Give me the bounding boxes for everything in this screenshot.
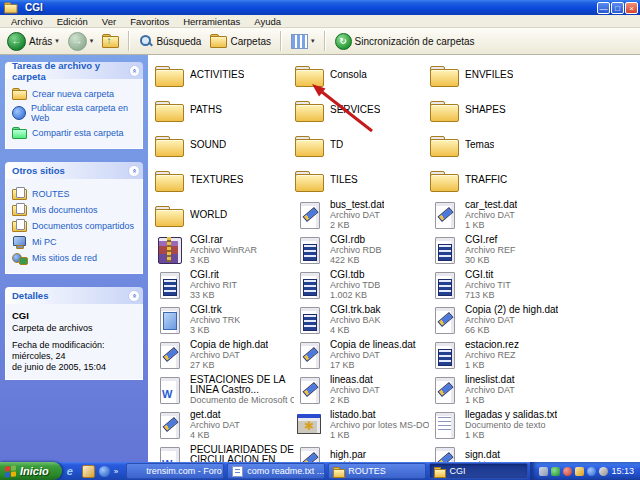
task-link[interactable]: Crear nueva carpeta (12, 87, 139, 100)
folder-sync-button[interactable]: ↻ Sincronización de carpetas (332, 32, 478, 51)
tray-icon[interactable] (575, 467, 584, 476)
desktop-quicklaunch-icon[interactable] (99, 466, 110, 477)
mail-quicklaunch-icon[interactable] (82, 465, 95, 478)
menu-item[interactable]: Edición (50, 16, 95, 27)
file-item[interactable]: SOUND (154, 127, 294, 162)
file-item[interactable]: CGI.rit Archivo RIT 33 KB (154, 267, 294, 302)
file-item[interactable]: CGI.trk.bak Archivo BAK 4 KB (294, 302, 429, 337)
search-button[interactable]: Búsqueda (136, 33, 204, 49)
maximize-button[interactable]: □ (611, 2, 624, 14)
minimize-button[interactable]: — (597, 2, 610, 14)
file-item[interactable]: bus_test.dat Archivo DAT 2 KB (294, 197, 429, 232)
place-link[interactable]: Mis documentos (12, 203, 139, 216)
tray-icon[interactable] (539, 467, 548, 476)
file-item[interactable]: llegadas y salidas.txt Documento de text… (429, 407, 594, 442)
menu-item[interactable]: Archivo (4, 16, 50, 27)
tray-icon[interactable] (587, 467, 596, 476)
details-header[interactable]: Detalles (5, 287, 143, 304)
file-name: lineslist.dat (465, 375, 515, 385)
back-dropdown-icon[interactable]: ▾ (55, 37, 59, 45)
forward-button[interactable]: → ▾ (65, 31, 97, 52)
ie-quicklaunch-icon[interactable]: e (67, 466, 78, 477)
up-button[interactable]: ↑ (99, 33, 122, 49)
file-tasks-header[interactable]: Tareas de archivo y carpeta (5, 62, 143, 79)
tray-icon[interactable] (551, 467, 560, 476)
file-item[interactable]: CGI.rdb Archivo RDB 422 KB (294, 232, 429, 267)
taskbar-clock[interactable]: 15:13 (611, 466, 634, 476)
file-item[interactable]: lineas.dat Archivo DAT 2 KB (294, 372, 429, 407)
file-item[interactable]: ESTACIONES DE LA LINEA Castro... Documen… (154, 372, 294, 407)
details-panel: Detalles CGI Carpeta de archivos Fecha d… (5, 287, 143, 380)
task-label: Crear nueva carpeta (32, 89, 114, 99)
file-item[interactable]: sign.dat Archivo DAT (429, 442, 594, 462)
menu-item[interactable]: Ver (95, 16, 123, 27)
file-item[interactable]: ACTIVITIES (154, 57, 294, 92)
file-item[interactable]: Copia (2) de high.dat Archivo DAT 66 KB (429, 302, 594, 337)
menu-item[interactable]: Herramientas (176, 16, 247, 27)
file-name: PATHS (190, 105, 222, 115)
taskbar-task-button[interactable]: ROUTES (328, 463, 426, 479)
menu-item[interactable]: Favoritos (123, 16, 176, 27)
file-item[interactable]: listado.bat Archivo por lotes MS-DOS 1 K… (294, 407, 429, 442)
file-item[interactable]: TEXTURES (154, 162, 294, 197)
file-item[interactable]: high.par Archivo PAR (294, 442, 429, 462)
folders-button[interactable]: Carpetas (207, 33, 274, 49)
forward-dropdown-icon[interactable]: ▾ (90, 37, 94, 45)
file-item[interactable]: CGI.tit Archivo TIT 713 KB (429, 267, 594, 302)
file-item[interactable]: lineslist.dat Archivo DAT 1 KB (429, 372, 594, 407)
details-folder-name: CGI (12, 310, 139, 321)
other-places-header[interactable]: Otros sitios (5, 162, 143, 179)
place-link[interactable]: Documentos compartidos (12, 219, 139, 232)
file-icon (294, 340, 326, 370)
file-size: 3 KB (190, 255, 257, 265)
file-item[interactable]: ENVFILES (429, 57, 594, 92)
quicklaunch-overflow-chevron[interactable]: » (114, 467, 118, 476)
file-item[interactable]: car_test.dat Archivo DAT 1 KB (429, 197, 594, 232)
place-link[interactable]: Mi PC (12, 235, 139, 248)
start-button[interactable]: Inicio (0, 462, 62, 480)
back-button[interactable]: ← Atrás ▾ (4, 31, 62, 52)
file-name: Copia de high.dat (190, 340, 268, 350)
file-item[interactable]: WORLD (154, 197, 294, 232)
file-item[interactable]: SHAPES (429, 92, 594, 127)
file-item[interactable]: Copia de high.dat Archivo DAT 27 KB (154, 337, 294, 372)
file-item[interactable]: PECULIARIDADES DE CIRCULACION EN CA... D… (154, 442, 294, 462)
file-item[interactable]: CGI.tdb Archivo TDB 1.002 KB (294, 267, 429, 302)
file-item[interactable]: CGI.rar Archivo WinRAR 3 KB (154, 232, 294, 267)
task-label: Compartir esta carpeta (32, 128, 124, 138)
task-link[interactable]: Publicar esta carpeta en Web (12, 103, 139, 123)
file-item[interactable]: CGI.ref Archivo REF 30 KB (429, 232, 594, 267)
place-link[interactable]: Mis sitios de red (12, 251, 139, 264)
file-item[interactable]: CGI.trk Archivo TRK 3 KB (154, 302, 294, 337)
task-link[interactable]: Compartir esta carpeta (12, 126, 139, 139)
menu-item[interactable]: Ayuda (247, 16, 288, 27)
taskbar-task-button[interactable]: como readme.txt ... (227, 463, 325, 479)
file-item[interactable]: TRAFFIC (429, 162, 594, 197)
collapse-chevron-icon[interactable] (129, 65, 140, 77)
file-item[interactable]: SERVICES (294, 92, 429, 127)
title-bar: CGI — □ × (0, 0, 640, 15)
collapse-chevron-icon[interactable] (128, 165, 140, 177)
place-label: ROUTES (32, 189, 70, 199)
file-icon (429, 445, 461, 463)
taskbar-task-button[interactable]: CGI (429, 463, 527, 479)
taskbar-task-button[interactable]: trensim.com - Foro d... (126, 463, 224, 479)
file-item[interactable]: get.dat Archivo DAT 4 KB (154, 407, 294, 442)
tray-icon[interactable] (563, 467, 572, 476)
file-item[interactable]: PATHS (154, 92, 294, 127)
file-type: Archivo TDB (330, 280, 380, 290)
file-item[interactable]: Copia de lineas.dat Archivo DAT 17 KB (294, 337, 429, 372)
file-item[interactable]: TD (294, 127, 429, 162)
file-item[interactable]: TILES (294, 162, 429, 197)
file-type: Archivo REZ (465, 350, 519, 360)
file-type: Archivo DAT (465, 385, 515, 395)
views-dropdown-icon[interactable]: ▾ (311, 37, 315, 45)
file-item[interactable]: Consola (294, 57, 429, 92)
collapse-chevron-icon[interactable] (128, 290, 140, 302)
tray-icon[interactable] (599, 467, 608, 476)
views-button[interactable]: ▾ (288, 33, 318, 50)
file-item[interactable]: Temas (429, 127, 594, 162)
close-button[interactable]: × (625, 2, 638, 14)
file-item[interactable]: estacion.rez Archivo REZ 1 KB (429, 337, 594, 372)
place-link[interactable]: ROUTES (12, 187, 139, 200)
